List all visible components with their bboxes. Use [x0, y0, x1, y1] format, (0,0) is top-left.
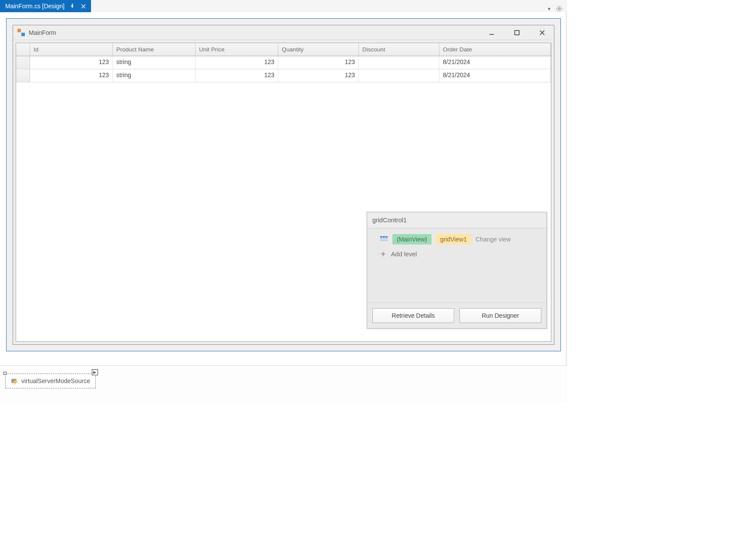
- form-icon: [17, 29, 25, 37]
- svg-line-6: [561, 10, 562, 11]
- cell-quantity[interactable]: 123: [278, 69, 359, 82]
- cell-product[interactable]: string: [113, 69, 196, 82]
- document-tab-active[interactable]: MainForm.cs [Design]: [0, 0, 91, 12]
- cell-quantity[interactable]: 123: [278, 56, 359, 69]
- maximize-icon[interactable]: [510, 27, 523, 38]
- form-title: MainForm: [29, 29, 56, 36]
- smart-tag-title: gridControl1: [367, 212, 547, 228]
- cell-product[interactable]: string: [113, 56, 196, 69]
- svg-point-0: [558, 8, 560, 10]
- form-titlebar: MainForm: [13, 25, 554, 40]
- component-tray: ▶ ⚡ virtualServerModeSource: [0, 365, 567, 403]
- settings-gear-icon[interactable]: [556, 5, 563, 12]
- svg-line-7: [557, 10, 558, 11]
- grid-header-row: Id Product Name Unit Price Quantity Disc…: [16, 43, 551, 56]
- svg-line-5: [557, 7, 558, 7]
- column-header-discount[interactable]: Discount: [359, 43, 439, 56]
- document-tab-title: MainForm.cs [Design]: [5, 3, 64, 10]
- run-designer-button[interactable]: Run Designer: [459, 308, 541, 323]
- minimize-icon[interactable]: [485, 27, 498, 38]
- form-window[interactable]: MainForm Id Product Name: [13, 25, 554, 345]
- grid-row[interactable]: 123 string 123 123 8/21/2024: [16, 56, 551, 69]
- grid-view-pill[interactable]: gridView1: [436, 234, 471, 245]
- cell-price[interactable]: 123: [196, 56, 278, 69]
- form-client-area: Id Product Name Unit Price Quantity Disc…: [13, 40, 554, 344]
- grid-view-icon: [380, 236, 388, 242]
- row-indicator-header: [16, 43, 30, 56]
- cell-price[interactable]: 123: [196, 69, 278, 82]
- close-tab-icon[interactable]: [80, 4, 87, 9]
- component-tray-item[interactable]: ▶ ⚡ virtualServerModeSource: [5, 374, 96, 388]
- cell-date[interactable]: 8/21/2024: [439, 69, 551, 82]
- column-header-id[interactable]: Id: [30, 43, 113, 56]
- close-window-icon[interactable]: [536, 27, 549, 38]
- retrieve-details-button[interactable]: Retrieve Details: [372, 308, 454, 323]
- svg-line-8: [561, 7, 562, 7]
- column-header-product[interactable]: Product Name: [113, 43, 196, 56]
- change-view-link[interactable]: Change view: [476, 236, 511, 243]
- datasource-icon: ⚡: [11, 377, 18, 384]
- svg-rect-10: [515, 31, 519, 35]
- add-level-link[interactable]: Add level: [391, 251, 417, 258]
- cell-date[interactable]: 8/21/2024: [439, 56, 551, 69]
- pin-icon[interactable]: [69, 3, 76, 10]
- grid-row[interactable]: 123 string 123 123 8/21/2024: [16, 69, 551, 82]
- cell-discount[interactable]: [359, 69, 439, 82]
- cell-id[interactable]: 123: [30, 69, 113, 82]
- cell-id[interactable]: 123: [30, 56, 113, 69]
- tab-overflow-icon[interactable]: ▼: [547, 7, 551, 11]
- column-header-quantity[interactable]: Quantity: [278, 43, 359, 56]
- smart-tag-glyph-icon[interactable]: ▶: [92, 369, 98, 375]
- row-indicator: [16, 69, 30, 82]
- plus-icon: +: [381, 249, 386, 259]
- document-tab-strip: MainForm.cs [Design] ▼: [0, 0, 567, 12]
- main-view-pill[interactable]: (MainView): [392, 234, 432, 245]
- grid-control[interactable]: Id Product Name Unit Price Quantity Disc…: [16, 43, 551, 342]
- collapsed-tool-window-strip[interactable]: [566, 12, 567, 365]
- column-header-price[interactable]: Unit Price: [196, 43, 278, 56]
- cell-discount[interactable]: [359, 56, 439, 69]
- smart-tag-panel[interactable]: gridControl1 (MainView) gridView1 Change…: [367, 212, 547, 329]
- column-header-date[interactable]: Order Date: [439, 43, 551, 56]
- row-indicator: [16, 56, 30, 69]
- component-name: virtualServerModeSource: [21, 377, 90, 384]
- selection-handle-icon[interactable]: [3, 372, 7, 375]
- designer-selection-frame[interactable]: MainForm Id Product Name: [6, 18, 561, 351]
